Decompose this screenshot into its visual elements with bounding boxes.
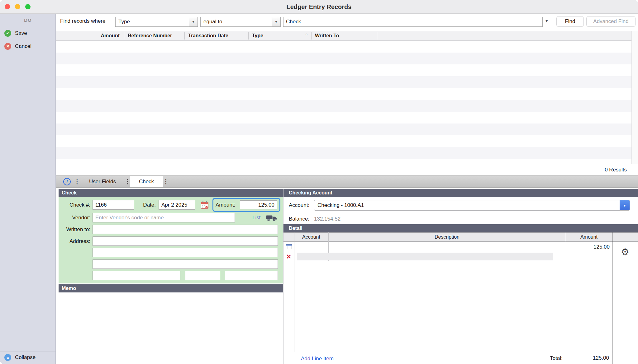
find-prompt: Find records where bbox=[60, 18, 106, 24]
operator-selector-dropdown[interactable]: equal to ▾ bbox=[200, 17, 281, 27]
column-header-type[interactable]: Type bbox=[252, 31, 299, 40]
empty-line-item-field[interactable] bbox=[297, 253, 553, 260]
saved-finds-disclosure-icon[interactable]: ▾ bbox=[545, 18, 548, 24]
sidebar: DO ✓ Save ✕ Cancel « Collapse bbox=[0, 14, 56, 364]
info-icon[interactable]: i bbox=[63, 178, 71, 185]
sidebar-section-label: DO bbox=[0, 17, 56, 23]
column-divider bbox=[377, 32, 377, 40]
save-check-icon: ✓ bbox=[4, 30, 11, 37]
balance-value: 132,154.52 bbox=[314, 215, 340, 223]
account-label: Account: bbox=[289, 201, 309, 210]
results-row bbox=[56, 124, 638, 135]
find-bar: Find records where Type ▾ equal to ▾ ▾ F… bbox=[56, 14, 638, 29]
vendor-label: Vendor: bbox=[47, 213, 90, 222]
tab-check[interactable]: Check bbox=[130, 176, 163, 187]
account-dropdown[interactable]: Checking - 1000.A1 ▾ bbox=[314, 200, 630, 211]
calendar-icon[interactable] bbox=[201, 201, 209, 209]
results-row bbox=[56, 64, 638, 76]
check-number-label: Check #: bbox=[47, 200, 90, 210]
tab-bar: i ⋮ User Fields ⋮ Check ⋮ bbox=[56, 175, 638, 188]
results-row bbox=[56, 100, 638, 112]
account-dropdown-value: Checking - 1000.A1 bbox=[314, 200, 620, 210]
line-item-account-input[interactable] bbox=[295, 243, 328, 251]
operator-selector-value: equal to bbox=[201, 17, 272, 26]
address-zip-input[interactable] bbox=[225, 271, 278, 280]
results-row bbox=[56, 41, 638, 53]
address-line1-input[interactable] bbox=[93, 236, 278, 246]
detail-column-description: Description bbox=[328, 232, 566, 242]
window-title: Ledger Entry Records bbox=[0, 0, 638, 14]
advanced-find-button[interactable]: Advanced Find bbox=[586, 16, 636, 27]
results-rows bbox=[56, 41, 638, 159]
results-row bbox=[56, 135, 638, 147]
panel-divider bbox=[283, 189, 283, 364]
tab-user-fields[interactable]: User Fields bbox=[80, 176, 125, 187]
line-item-detail-icon[interactable] bbox=[286, 244, 292, 250]
results-count: 0 Results bbox=[605, 167, 627, 173]
balance-label: Balance: bbox=[289, 215, 309, 223]
results-row bbox=[56, 76, 638, 88]
save-button[interactable]: ✓ Save bbox=[4, 30, 54, 37]
add-line-item-link[interactable]: Add Line Item bbox=[301, 355, 334, 363]
chevron-down-icon: ▾ bbox=[189, 17, 198, 26]
column-header-amount[interactable]: Amount bbox=[56, 31, 124, 40]
gear-icon[interactable]: ⚙ bbox=[612, 245, 638, 259]
detail-row-divider bbox=[283, 261, 612, 261]
sidebar-divider bbox=[0, 352, 56, 352]
collapse-label: Collapse bbox=[15, 354, 36, 361]
vendor-list-link[interactable]: List bbox=[252, 213, 260, 222]
drag-handle-icon[interactable]: ⋮ bbox=[163, 176, 169, 187]
find-button[interactable]: Find bbox=[556, 16, 584, 27]
check-panel-header: Check bbox=[59, 189, 283, 197]
field-selector-dropdown[interactable]: Type ▾ bbox=[115, 17, 198, 27]
detail-row-divider bbox=[283, 252, 612, 252]
app-window: Ledger Entry Records DO ✓ Save ✕ Cancel … bbox=[0, 0, 638, 364]
save-label: Save bbox=[15, 30, 27, 37]
address-state-input[interactable] bbox=[185, 271, 220, 280]
field-selector-value: Type bbox=[116, 17, 189, 26]
chevron-down-icon: ▾ bbox=[620, 200, 630, 210]
truck-icon[interactable] bbox=[266, 215, 277, 222]
vendor-input[interactable] bbox=[93, 213, 235, 222]
cancel-button[interactable]: ✕ Cancel bbox=[4, 43, 54, 50]
memo-field[interactable] bbox=[59, 292, 283, 364]
address-label: Address: bbox=[47, 236, 90, 246]
date-input[interactable] bbox=[159, 200, 195, 210]
column-header-written-to[interactable]: Written To bbox=[315, 31, 374, 40]
line-item-amount[interactable]: 125.00 bbox=[566, 242, 610, 252]
drag-handle-icon[interactable]: ⋮ bbox=[74, 176, 80, 187]
total-label: Total: bbox=[513, 354, 563, 363]
vertical-scrollbar[interactable] bbox=[631, 31, 638, 164]
cancel-label: Cancel bbox=[15, 43, 31, 50]
title-bar: Ledger Entry Records bbox=[0, 0, 638, 14]
written-to-label: Written to: bbox=[40, 225, 90, 234]
results-row bbox=[56, 147, 638, 159]
results-row bbox=[56, 112, 638, 124]
account-panel-header: Checking Account bbox=[283, 189, 638, 197]
detail-header: Detail bbox=[283, 224, 638, 232]
column-header-reference-number[interactable]: Reference Number bbox=[128, 31, 184, 40]
collapse-button[interactable]: « Collapse bbox=[4, 354, 54, 361]
cancel-x-icon: ✕ bbox=[4, 43, 11, 50]
search-value-input[interactable] bbox=[283, 17, 543, 27]
detail-grid-line bbox=[294, 232, 294, 352]
column-divider bbox=[184, 32, 185, 40]
address-line3-input[interactable] bbox=[93, 259, 278, 269]
column-divider bbox=[311, 32, 312, 40]
delete-line-item-icon[interactable]: ✕ bbox=[284, 252, 293, 261]
detail-column-account: Account bbox=[294, 232, 328, 242]
chevron-down-icon: ▾ bbox=[272, 17, 280, 26]
column-header-transaction-date[interactable]: Transaction Date bbox=[188, 31, 244, 40]
date-label: Date: bbox=[123, 200, 156, 210]
detail-column-amount: Amount bbox=[566, 232, 612, 242]
status-bar: 0 Results bbox=[56, 164, 638, 175]
detail-grid-line bbox=[566, 232, 566, 364]
results-row bbox=[56, 88, 638, 100]
column-divider bbox=[124, 32, 124, 40]
amount-input[interactable] bbox=[240, 200, 277, 209]
sort-ascending-icon: ˆ bbox=[303, 32, 310, 40]
address-line2-input[interactable] bbox=[93, 248, 278, 257]
amount-label: Amount: bbox=[216, 200, 235, 210]
written-to-input[interactable] bbox=[93, 225, 278, 234]
address-city-input[interactable] bbox=[93, 271, 180, 280]
